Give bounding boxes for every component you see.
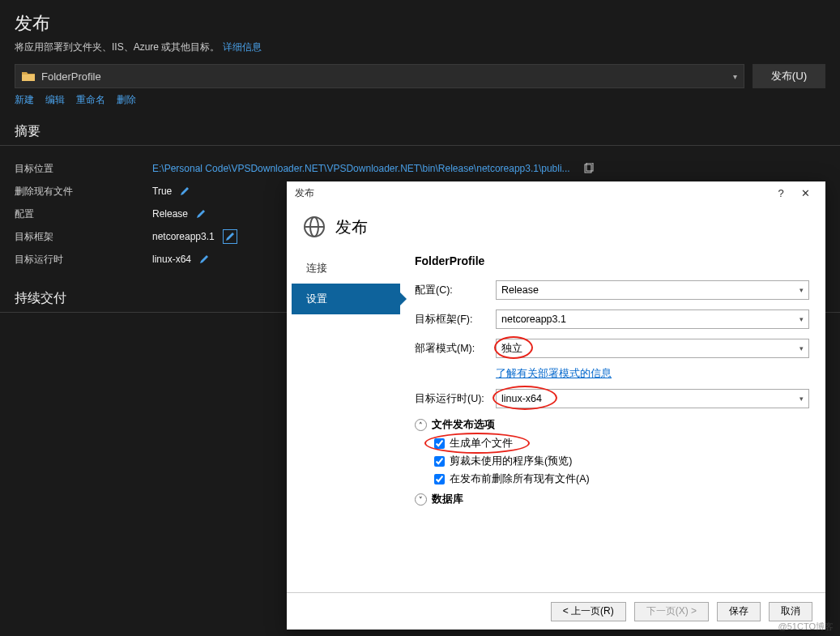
copy-icon[interactable]: [583, 163, 595, 174]
save-button[interactable]: 保存: [717, 602, 761, 621]
help-icon[interactable]: ?: [769, 187, 793, 199]
profile-rename[interactable]: 重命名: [76, 93, 105, 107]
delete-before-checkbox[interactable]: [434, 474, 445, 484]
page-title: 发布: [15, 11, 825, 36]
single-file-label: 生成单个文件: [450, 437, 513, 450]
pencil-icon-boxed[interactable]: [223, 229, 237, 244]
next-button: 下一页(X) >: [634, 602, 709, 621]
summary-title: 摘要: [0, 118, 840, 146]
subtitle-text: 将应用部署到文件夹、IIS、Azure 或其他目标。: [15, 41, 220, 53]
chevron-down-icon: ▾: [799, 315, 804, 323]
chevron-down-icon: ▾: [799, 286, 804, 294]
profile-selected: FolderProfile: [41, 70, 101, 83]
configuration-value: Release: [152, 208, 206, 220]
close-icon[interactable]: ✕: [793, 187, 817, 199]
configuration-field-label: 配置(C):: [415, 284, 496, 297]
dialog-profile-name: FolderProfile: [415, 254, 809, 267]
delete-existing-value: True: [152, 186, 190, 197]
trim-checkbox[interactable]: [434, 456, 445, 467]
profile-delete[interactable]: 删除: [117, 93, 136, 107]
target-framework-value: netcoreapp3.1: [152, 229, 237, 244]
publish-dialog: 发布 ? ✕ 发布 连接 设置 FolderProfile 配置(C): Rel…: [287, 181, 825, 630]
globe-icon: [303, 216, 326, 238]
framework-select[interactable]: netcoreapp3.1▾: [496, 309, 809, 329]
target-location-value[interactable]: E:\Personal Code\VPSDownloader.NET\VPSDo…: [152, 163, 595, 174]
profile-new[interactable]: 新建: [15, 93, 34, 107]
more-info-link[interactable]: 详细信息: [223, 41, 262, 53]
delete-before-label: 在发布前删除所有现有文件(A): [450, 472, 590, 486]
file-options-expander[interactable]: ˄ 文件发布选项: [415, 418, 809, 432]
deploy-mode-select[interactable]: 独立▾: [496, 339, 809, 358]
target-location-label: 目标位置: [15, 162, 152, 176]
database-expander[interactable]: ˅ 数据库: [415, 493, 809, 506]
folder-icon: [22, 71, 35, 81]
deploy-mode-info-link[interactable]: 了解有关部署模式的信息: [496, 367, 612, 381]
prev-button[interactable]: < 上一页(R): [551, 602, 626, 621]
target-framework-label: 目标框架: [15, 230, 152, 244]
pencil-icon[interactable]: [196, 209, 206, 219]
runtime-field-label: 目标运行时(U):: [415, 392, 496, 406]
chevron-down-icon: ▾: [733, 72, 737, 81]
dialog-title: 发布: [295, 186, 314, 200]
nav-connection[interactable]: 连接: [292, 253, 400, 284]
chevron-down-icon: ▾: [799, 344, 804, 352]
deploy-mode-field-label: 部署模式(M):: [415, 342, 496, 356]
target-runtime-value: linux-x64: [152, 254, 209, 265]
single-file-checkbox[interactable]: [434, 438, 445, 449]
chevron-up-icon: ˄: [415, 419, 427, 431]
pencil-icon[interactable]: [180, 186, 190, 196]
profile-dropdown[interactable]: FolderProfile ▾: [15, 64, 744, 88]
chevron-down-icon: ▾: [799, 395, 804, 403]
cancel-button[interactable]: 取消: [769, 602, 812, 621]
configuration-label: 配置: [15, 207, 152, 221]
watermark: @51CTO博客: [778, 621, 834, 633]
trim-label: 剪裁未使用的程序集(预览): [450, 455, 572, 468]
chevron-down-icon: ˅: [415, 493, 427, 506]
target-runtime-label: 目标运行时: [15, 253, 152, 267]
framework-field-label: 目标框架(F):: [415, 313, 496, 327]
configuration-select[interactable]: Release▾: [496, 280, 809, 300]
publish-button[interactable]: 发布(U): [753, 64, 825, 88]
runtime-select[interactable]: linux-x64▾: [496, 389, 809, 408]
pencil-icon[interactable]: [199, 254, 209, 264]
dialog-brand-title: 发布: [335, 216, 368, 238]
nav-settings[interactable]: 设置: [292, 284, 400, 314]
page-subtitle: 将应用部署到文件夹、IIS、Azure 或其他目标。 详细信息: [15, 41, 825, 54]
profile-edit[interactable]: 编辑: [45, 93, 65, 107]
delete-existing-label: 删除现有文件: [15, 185, 152, 198]
